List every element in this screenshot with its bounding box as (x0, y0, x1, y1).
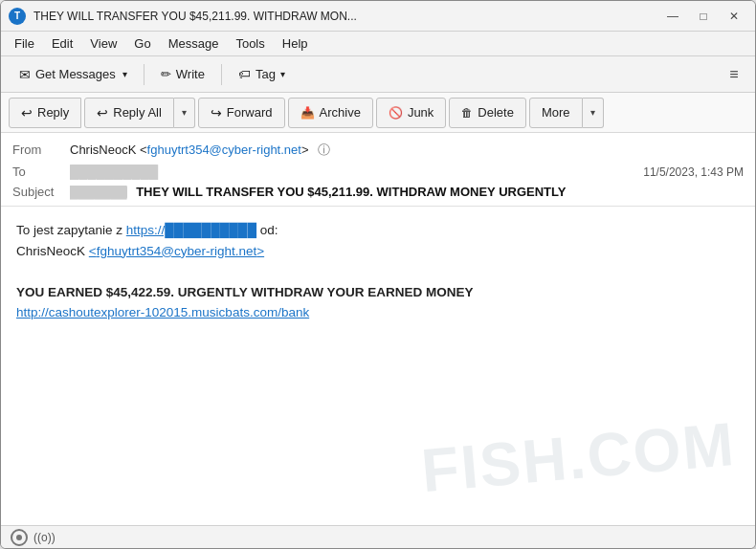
body-sender-email: fghuytrt354@cyber-right.net (97, 244, 257, 258)
write-icon: ✏ (161, 67, 171, 81)
forward-label: Forward (227, 105, 273, 120)
close-button[interactable]: ✕ (721, 6, 747, 27)
write-label: Write (176, 67, 205, 81)
tag-chevron: ▾ (280, 69, 285, 79)
email-window: T THEY WILL TRANSFER YOU $45,211.99. WIT… (0, 0, 756, 549)
email-header: From ChrisNeocK <fghuytrt354@cyber-right… (1, 133, 755, 207)
reply-icon: ↩ (21, 105, 33, 121)
more-label: More (542, 105, 570, 120)
action-bar: ↩ Reply ↩ Reply All ▾ ↪ Forward 📥 Archiv… (1, 93, 755, 133)
menu-view[interactable]: View (82, 34, 124, 53)
menu-message[interactable]: Message (161, 34, 227, 53)
to-value: ██████████ (70, 165, 643, 179)
body-link-1[interactable]: https://██████████ (126, 223, 256, 237)
sender-info-icon[interactable]: ⓘ (318, 143, 330, 157)
to-label: To (12, 165, 70, 179)
from-row: From ChrisNeocK <fghuytrt354@cyber-right… (12, 139, 744, 162)
body-url: http://cashoutexplorer-102015.musicbats.… (16, 305, 309, 319)
subject-main: THEY WILL TRANSFER YOU $45,211.99. WITHD… (136, 185, 566, 199)
menu-tools[interactable]: Tools (228, 34, 272, 53)
status-label: ((o)) (33, 531, 56, 544)
write-button[interactable]: ✏ Write (150, 61, 215, 88)
body-link-3[interactable]: http://cashoutexplorer-102015.musicbats.… (16, 305, 309, 319)
body-link-2[interactable]: <fghuytrt354@cyber-right.net> (89, 244, 264, 258)
more-group: More ▾ (529, 98, 604, 128)
reply-all-label: Reply All (113, 105, 162, 120)
junk-button[interactable]: 🚫 Junk (376, 98, 446, 128)
get-messages-button[interactable]: ✉ Get Messages ▾ (9, 61, 138, 88)
delete-icon: 🗑 (461, 106, 473, 120)
envelope-icon: ✉ (19, 67, 31, 82)
connection-icon (11, 529, 28, 546)
body-earn-text: YOU EARNED $45,422.59. URGENTLY WITHDRAW… (16, 285, 474, 299)
body-paragraph-2: YOU EARNED $45,422.59. URGENTLY WITHDRAW… (16, 282, 740, 323)
body-paragraph-1: To jest zapytanie z https://██████████ o… (16, 220, 740, 261)
from-value: ChrisNeocK <fghuytrt354@cyber-right.net>… (70, 142, 744, 159)
menu-edit[interactable]: Edit (44, 34, 80, 53)
more-dropdown[interactable]: ▾ (583, 98, 604, 128)
forward-icon: ↪ (211, 105, 222, 121)
subject-value: ███████ THEY WILL TRANSFER YOU $45,211.9… (70, 185, 744, 199)
archive-icon: 📥 (300, 106, 315, 120)
email-body: To jest zapytanie z https://██████████ o… (1, 207, 755, 525)
toolbar-sep-1 (144, 64, 145, 85)
get-messages-label: Get Messages (35, 67, 116, 81)
maximize-button[interactable]: □ (690, 6, 717, 27)
delete-button[interactable]: 🗑 Delete (449, 98, 526, 128)
menu-go[interactable]: Go (126, 34, 158, 53)
tag-label: Tag (256, 67, 276, 81)
get-messages-chevron[interactable]: ▾ (122, 69, 127, 79)
app-icon-letter: T (14, 11, 20, 21)
junk-label: Junk (408, 105, 434, 120)
archive-button[interactable]: 📥 Archive (288, 98, 373, 128)
body-line1-text: To jest zapytanie z (16, 223, 126, 237)
forward-button[interactable]: ↪ Forward (198, 98, 285, 128)
body-line1-suffix: od: (256, 223, 278, 237)
minimize-button[interactable]: — (659, 6, 686, 27)
watermark: FISH.COM (417, 394, 740, 519)
reply-button[interactable]: ↩ Reply (9, 98, 81, 128)
watermark-text: FISH.COM (419, 408, 739, 504)
window-title: THEY WILL TRANSFER YOU $45,211.99. WITHD… (33, 10, 652, 23)
toolbar-menu-button[interactable]: ≡ (721, 61, 747, 88)
status-bar: ((o)) (1, 525, 755, 548)
subject-label: Subject (12, 185, 70, 199)
to-recipient: ██████████ (70, 165, 158, 179)
subject-row: Subject ███████ THEY WILL TRANSFER YOU $… (12, 182, 744, 202)
body-link-1-text: https://██████████ (126, 223, 256, 237)
archive-label: Archive (320, 105, 361, 120)
toolbar-sep-2 (221, 64, 222, 85)
more-button[interactable]: More (529, 98, 583, 128)
to-row: To ██████████ 11/5/2023, 1:43 PM (12, 162, 744, 182)
tag-button[interactable]: 🏷 Tag ▾ (228, 61, 296, 88)
reply-all-button[interactable]: ↩ Reply All (84, 98, 174, 128)
from-label: From (12, 143, 70, 157)
from-email-text: fghuytrt354@cyber-right.net (147, 143, 301, 157)
reply-all-dropdown[interactable]: ▾ (174, 98, 195, 128)
titlebar: T THEY WILL TRANSFER YOU $45,211.99. WIT… (1, 1, 755, 32)
reply-all-icon: ↩ (97, 105, 108, 121)
body-sender-name: ChrisNeocK (16, 244, 85, 258)
menubar: File Edit View Go Message Tools Help (1, 32, 755, 56)
junk-icon: 🚫 (389, 106, 403, 120)
menu-help[interactable]: Help (275, 34, 316, 53)
email-date: 11/5/2023, 1:43 PM (643, 165, 744, 179)
from-email-link[interactable]: fghuytrt354@cyber-right.net (147, 143, 301, 157)
reply-all-group: ↩ Reply All ▾ (84, 98, 195, 128)
subject-prefix: ███████ (70, 186, 127, 199)
menu-file[interactable]: File (7, 34, 42, 53)
reply-group: ↩ Reply (9, 98, 81, 128)
app-icon: T (9, 8, 26, 25)
tag-icon: 🏷 (238, 67, 251, 81)
delete-label: Delete (478, 105, 514, 120)
main-toolbar: ✉ Get Messages ▾ ✏ Write 🏷 Tag ▾ ≡ (1, 56, 755, 93)
window-controls: — □ ✕ (659, 6, 747, 27)
from-name: ChrisNeocK (70, 143, 136, 157)
reply-label: Reply (37, 105, 69, 120)
